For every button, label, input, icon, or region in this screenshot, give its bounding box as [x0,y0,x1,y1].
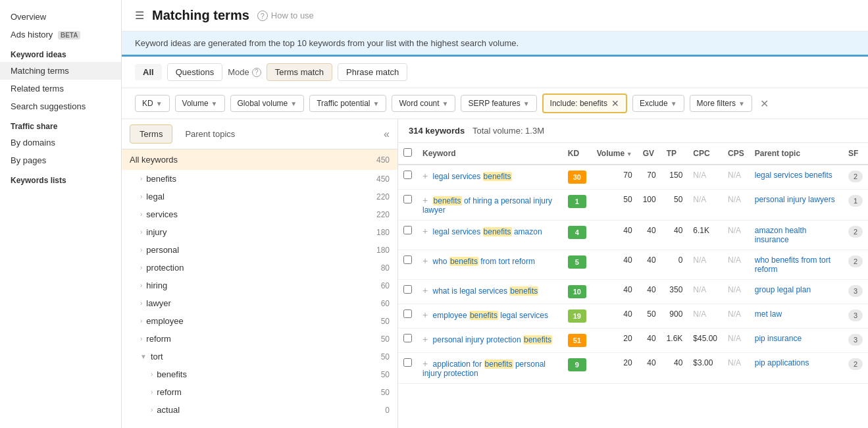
parent-topic-link[interactable]: legal services benefits [755,171,832,180]
row-checkbox[interactable] [403,309,412,318]
row-tp-cell: 900 [661,304,688,329]
add-keyword-button[interactable]: + [422,255,428,266]
kw-item[interactable]: ›benefits450 [122,170,397,188]
filter-include-close[interactable]: ✕ [611,98,619,109]
row-cps-cell: N/A [723,165,750,190]
parent-topic-link[interactable]: personal injury lawyers [755,195,835,204]
row-gv-cell: 40 [638,221,661,250]
filter-kd[interactable]: KD ▼ [135,95,170,112]
parent-topic-link[interactable]: pip applications [755,358,809,367]
row-cps-cell: N/A [723,250,750,280]
help-link[interactable]: ? How to use [257,11,314,21]
add-keyword-button[interactable]: + [422,358,428,369]
row-checkbox[interactable] [403,358,412,367]
tab-terms-match[interactable]: Terms match [267,63,332,81]
sidebar-item-by-domains[interactable]: By domains [0,134,121,151]
parent-topic-link[interactable]: group legal plan [755,285,811,294]
sf-badge: 2 [848,171,863,182]
sidebar-item-matching-terms[interactable]: Matching terms [0,62,121,80]
keyword-link[interactable]: benefits of hiring a personal injury law… [422,196,552,215]
filter-traffic-potential[interactable]: Traffic potential ▼ [309,95,386,112]
row-checkbox[interactable] [403,285,412,294]
left-panel: Terms Parent topics « All keywords 450 ›… [122,119,398,428]
filter-volume[interactable]: Volume ▼ [175,95,225,112]
panel-tab-terms[interactable]: Terms [130,124,172,144]
kw-group-all[interactable]: All keywords 450 [122,149,397,170]
kw-item[interactable]: ›services220 [122,205,397,223]
keyword-link[interactable]: what is legal services benefits [433,286,539,296]
volume-arrow-icon: ▼ [211,100,218,107]
row-keyword-cell: + what is legal services benefits [417,280,563,304]
filter-exclude[interactable]: Exclude ▼ [632,95,684,112]
row-checkbox-cell [398,353,417,384]
add-keyword-button[interactable]: + [422,171,428,181]
filter-global-volume[interactable]: Global volume ▼ [230,95,305,112]
parent-topic-link[interactable]: who benefits from tort reform [755,255,830,274]
kw-item-child[interactable]: ›reform50 [122,383,397,401]
beta-badge: BETA [58,31,80,40]
row-checkbox[interactable] [403,195,412,203]
row-checkbox-cell [398,250,417,280]
kw-item[interactable]: ›personal180 [122,241,397,259]
sidebar-item-overview[interactable]: Overview [0,8,121,26]
keyword-link[interactable]: who benefits from tort reform [433,257,535,266]
sidebar-item-by-pages[interactable]: By pages [0,151,121,169]
keyword-link[interactable]: legal services benefits amazon [433,227,542,236]
col-tp: TP [661,143,688,165]
parent-topic-link[interactable]: pip insurance [755,334,802,343]
add-keyword-button[interactable]: + [422,226,428,236]
menu-icon[interactable]: ☰ [135,9,144,22]
kw-expand-icon: › [140,175,142,182]
add-keyword-button[interactable]: + [422,285,428,296]
collapse-panel-button[interactable]: « [384,128,390,140]
filter-serp-features[interactable]: SERP features ▼ [461,95,536,112]
kd-badge: 4 [568,226,586,239]
filter-word-count[interactable]: Word count ▼ [392,95,455,112]
kw-item-child[interactable]: ›benefits50 [122,365,397,383]
kw-item[interactable]: ▼tort50 [122,348,397,365]
kw-item[interactable]: ›injury180 [122,223,397,241]
clear-all-button[interactable]: ✕ [760,97,769,110]
kw-child-arrow-icon: › [151,388,153,396]
add-keyword-button[interactable]: + [422,334,428,344]
keyword-link[interactable]: legal services benefits [433,172,512,181]
sf-badge: 1 [848,195,863,207]
add-keyword-button[interactable]: + [422,309,428,320]
row-sf-cell: 3 [843,304,868,329]
parent-topic-link[interactable]: amazon health insurance [755,226,807,244]
row-checkbox[interactable] [403,226,412,234]
kw-item[interactable]: ›employee50 [122,312,397,330]
tab-phrase-match[interactable]: Phrase match [338,63,407,81]
col-volume[interactable]: Volume [592,143,638,165]
kw-item[interactable]: ›legal220 [122,188,397,205]
kw-item-child[interactable]: ›actual0 [122,401,397,419]
kw-item[interactable]: ›hiring60 [122,277,397,294]
kw-item[interactable]: ›lawyer60 [122,294,397,312]
col-cps: CPS [723,143,750,165]
sidebar-item-related-terms[interactable]: Related terms [0,80,121,97]
panel-tab-parent-topics[interactable]: Parent topics [175,124,245,144]
row-checkbox[interactable] [403,171,412,179]
keyword-link[interactable]: application for benefits personal injury… [422,360,546,378]
row-cpc-cell: N/A [688,250,723,280]
row-checkbox[interactable] [403,255,412,264]
keyword-link[interactable]: personal injury protection benefits [433,335,552,344]
add-keyword-button[interactable]: + [422,195,428,205]
tp-arrow-icon: ▼ [373,100,380,107]
filters-row: KD ▼ Volume ▼ Global volume ▼ Traffic po… [122,88,868,119]
filter-more[interactable]: More filters ▼ [690,95,752,112]
kw-item[interactable]: ›reform50 [122,330,397,348]
tab-all[interactable]: All [135,64,162,80]
row-parent-topic-cell: personal injury lawyers [750,190,843,221]
sidebar-item-ads-history[interactable]: Ads history BETA [0,26,121,43]
row-checkbox[interactable] [403,334,412,342]
keyword-link[interactable]: employee benefits legal services [433,311,548,320]
tab-questions[interactable]: Questions [167,63,223,81]
sidebar-item-search-suggestions[interactable]: Search suggestions [0,97,121,115]
kw-item[interactable]: ›protection80 [122,259,397,277]
col-cpc: CPC [688,143,723,165]
kw-expand-icon: › [140,335,142,342]
parent-topic-link[interactable]: met law [755,309,782,319]
select-all-checkbox[interactable] [403,148,412,157]
sf-badge: 2 [848,226,863,238]
